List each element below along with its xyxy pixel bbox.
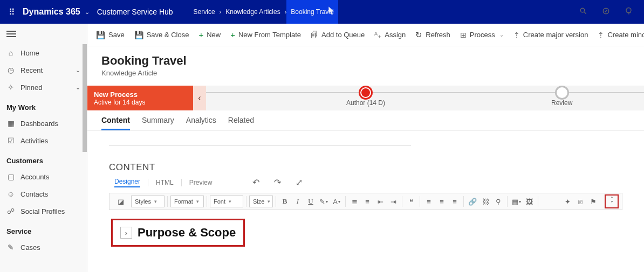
italic-icon[interactable]: I (292, 196, 304, 207)
breadcrumb-current[interactable]: Booking Travel (286, 0, 338, 24)
pin-icon: ✧ (6, 83, 15, 92)
collapse-toolbar-button[interactable]: ˄˅ (605, 194, 619, 208)
process-info-panel[interactable]: New Process Active for 14 days (87, 86, 193, 110)
social-icon: ☍ (6, 207, 15, 215)
undo-icon[interactable]: ↶ (249, 177, 263, 187)
sidebar-item-dashboards[interactable]: ▦ Dashboards (0, 115, 87, 132)
save-button[interactable]: 💾Save (96, 31, 125, 39)
font-dropdown[interactable]: Font▾ (210, 196, 243, 207)
scrollbar-thumb[interactable] (83, 44, 87, 152)
stage-review[interactable]: Review (551, 86, 572, 107)
size-dropdown[interactable]: Size▾ (249, 196, 273, 207)
home-icon: ⌂ (6, 48, 15, 57)
new-button[interactable]: +New (198, 30, 221, 39)
code-icon[interactable]: ⎚ (574, 196, 586, 207)
number-list-icon[interactable]: ≡ (361, 196, 373, 207)
chevron-down-icon: ⌄ (76, 84, 80, 91)
process-icon: ⊞ (460, 31, 467, 39)
title-input[interactable] (109, 140, 411, 146)
section-heading-text[interactable]: Purpose & Scope (138, 226, 236, 240)
tab-content[interactable]: Content (101, 116, 130, 130)
case-icon: ✎ (6, 243, 15, 252)
minor-version-icon: ⇡ (598, 31, 604, 39)
tab-analytics[interactable]: Analytics (186, 116, 216, 130)
unlink-icon[interactable]: ⛓ (479, 196, 491, 207)
bold-icon[interactable]: B (279, 196, 291, 207)
editor-tab-preview[interactable]: Preview (189, 179, 213, 186)
sidebar-item-social[interactable]: ☍ Social Profiles (0, 203, 87, 220)
caret-down-icon: ▾ (196, 199, 199, 204)
bullet-list-icon[interactable]: ≣ (348, 196, 360, 207)
expand-section-icon[interactable]: › (120, 227, 132, 239)
dd-label: Font (214, 198, 225, 205)
text-color-icon[interactable]: A▾ (331, 196, 342, 207)
editor-tab-designer[interactable]: Designer (114, 178, 140, 187)
refresh-button[interactable]: ↻Refresh (415, 30, 450, 40)
editor-tab-row: Designer HTML Preview ↶ ↷ ⤢ (114, 177, 622, 187)
separator (181, 179, 182, 186)
cmd-label: Process (470, 31, 495, 39)
search-icon[interactable] (572, 7, 594, 17)
table-icon[interactable]: ▦▾ (510, 196, 522, 207)
redo-icon[interactable]: ↷ (270, 177, 284, 187)
sidebar-item-accounts[interactable]: ▢ Accounts (0, 168, 87, 185)
save-close-button[interactable]: 💾Save & Close (134, 31, 189, 39)
dd-label: Size (253, 198, 264, 205)
breadcrumb-service[interactable]: Service (189, 0, 220, 24)
image-icon[interactable]: 🖼 (523, 196, 535, 207)
outdent-icon[interactable]: ⇤ (374, 196, 386, 207)
assign-button[interactable]: ᴬ₊Assign (374, 31, 406, 39)
task-icon[interactable] (594, 7, 617, 17)
indent-icon[interactable]: ⇥ (387, 196, 399, 207)
align-right-icon[interactable]: ≡ (449, 196, 461, 207)
sidebar-item-home[interactable]: ⌂ Home (0, 44, 87, 61)
record-header: Booking Travel Knowledge Article (87, 46, 644, 80)
menu-toggle-icon[interactable] (0, 24, 87, 44)
bulb-icon[interactable] (617, 7, 640, 17)
link-icon[interactable]: 🔗 (467, 196, 478, 207)
sidebar-group-service: Service (0, 220, 87, 239)
tab-related[interactable]: Related (228, 116, 254, 130)
process-button[interactable]: ⊞Process⌄ (460, 31, 504, 39)
stage-author[interactable]: Author (14 D) (346, 86, 385, 107)
stage-label: Author (14 D) (346, 99, 385, 107)
create-major-button[interactable]: ⇡Create major version (513, 31, 588, 39)
sidebar: ⌂ Home ◷ Recent ⌄ ✧ Pinned ⌄ My Work ▦ D… (0, 24, 87, 272)
tab-summary[interactable]: Summary (142, 116, 174, 130)
waffle-icon[interactable]: ⠿ (4, 7, 19, 17)
editor-tab-html[interactable]: HTML (156, 179, 174, 186)
format-dropdown[interactable]: Format▾ (170, 196, 204, 207)
highlight-icon[interactable]: ✎▾ (318, 196, 330, 207)
styles-dropdown[interactable]: Styles▾ (131, 196, 165, 207)
sidebar-item-cases[interactable]: ✎ Cases (0, 239, 87, 256)
hub-name[interactable]: Customer Service Hub (97, 8, 173, 16)
chevron-down-icon[interactable]: ⌄ (85, 9, 90, 16)
quote-icon[interactable]: ❝ (405, 196, 417, 207)
fullscreen-icon[interactable]: ⤢ (292, 177, 306, 187)
sidebar-item-activities[interactable]: ☑ Activities (0, 132, 87, 149)
breadcrumb-ka[interactable]: Knowledge Articles (221, 0, 284, 24)
top-nav-bar: ⠿ Dynamics 365 ⌄ Customer Service Hub Se… (0, 0, 644, 24)
app-name[interactable]: Dynamics 365 (23, 7, 80, 17)
rte-toolbar: ◪ Styles▾ Format▾ Font▾ Size▾ B (109, 193, 622, 210)
sparkle-icon[interactable]: ✦ (561, 196, 573, 207)
sidebar-item-contacts[interactable]: ☺ Contacts (0, 185, 87, 203)
sidebar-item-pinned[interactable]: ✧ Pinned ⌄ (0, 79, 87, 96)
anchor-icon[interactable]: ⚲ (492, 196, 504, 207)
new-template-button[interactable]: +New From Template (230, 30, 301, 39)
clock-icon: ◷ (6, 66, 15, 74)
collapse-process-icon[interactable]: ‹ (193, 86, 206, 110)
cmd-label: Add to Queue (321, 31, 365, 39)
flag-icon[interactable]: ⚑ (587, 196, 599, 207)
stage-dot-icon (557, 87, 567, 98)
sidebar-item-label: Cases (20, 243, 40, 252)
cmd-label: New (207, 31, 221, 39)
sidebar-item-recent[interactable]: ◷ Recent ⌄ (0, 61, 87, 79)
align-left-icon[interactable]: ≡ (423, 196, 435, 207)
underline-icon[interactable]: U (305, 196, 317, 207)
create-minor-button[interactable]: ⇡Create minor (598, 31, 644, 39)
align-center-icon[interactable]: ≡ (436, 196, 448, 207)
cmd-label: Assign (385, 31, 406, 39)
add-to-queue-button[interactable]: 🗐Add to Queue (311, 31, 365, 39)
clear-format-icon[interactable]: ◪ (115, 196, 127, 207)
